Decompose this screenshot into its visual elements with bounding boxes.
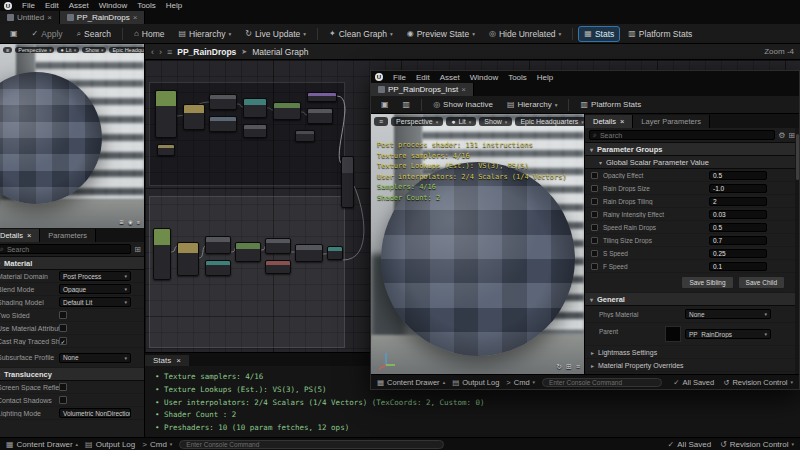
graph-node[interactable] — [235, 242, 261, 262]
tab-details[interactable]: Details× — [585, 115, 633, 128]
menu-item-edit[interactable]: Edit — [411, 73, 435, 82]
details-scrollbar[interactable] — [795, 128, 799, 374]
parameter-value-input[interactable]: 0.25 — [709, 249, 767, 258]
menu-item-file[interactable]: File — [17, 1, 40, 10]
menu-item-help[interactable]: Help — [161, 1, 187, 10]
forward-icon[interactable]: › — [159, 47, 162, 57]
material-preview-viewport[interactable]: ≡Perspective▾●Lit▾Show▾Epic Headquarters… — [0, 44, 145, 228]
clean-graph-button[interactable]: ✦Clean Graph▾ — [323, 26, 399, 42]
graph-node[interactable] — [307, 108, 333, 124]
grid-icon[interactable]: ⊞ — [566, 363, 572, 371]
live-update-button[interactable]: ↻Live Update▾ — [239, 26, 312, 42]
content-drawer-button[interactable]: ▦Content Drawer▴ — [377, 378, 445, 387]
viewport-lit-pill[interactable]: ●Lit▾ — [57, 47, 79, 53]
graph-node[interactable] — [177, 242, 199, 276]
menu-item-window[interactable]: Window — [465, 73, 503, 82]
back-icon[interactable]: ‹ — [151, 47, 154, 57]
cmd-button[interactable]: >Cmd▾ — [142, 440, 172, 449]
graph-node[interactable] — [243, 124, 267, 138]
hierarchy-button[interactable]: ▤ Hierarchy ▾ — [501, 97, 564, 112]
close-icon[interactable]: × — [133, 13, 138, 22]
asset-thumbnail[interactable] — [665, 326, 681, 342]
parameter-value-input[interactable]: 0.1 — [709, 262, 767, 271]
property-checkbox[interactable]: ✓ — [59, 337, 67, 345]
search-button[interactable]: ⌕Search — [71, 26, 117, 42]
save-button[interactable]: ▣ — [4, 26, 24, 41]
viewport-mode-pill[interactable]: Perspective▾ — [15, 47, 54, 53]
parameter-checkbox[interactable] — [591, 250, 598, 257]
all-saved-button[interactable]: ✓All Saved — [668, 440, 712, 449]
instance-preview-viewport[interactable]: ≡Perspective▾●Lit▾Show▾Epic Headquarters… — [371, 114, 585, 374]
viewport-menu-button[interactable]: ≡ — [3, 47, 12, 53]
close-icon[interactable]: × — [27, 231, 31, 240]
viewport-show-pill[interactable]: Show▾ — [479, 117, 512, 126]
close-icon[interactable]: × — [620, 117, 624, 126]
collapsed-section[interactable]: ▸Material Property Overrides — [585, 359, 799, 372]
property-dropdown[interactable]: Volumetric NonDirectional▾ — [59, 408, 131, 418]
graph-node[interactable] — [265, 260, 291, 274]
hide-unrelated-button[interactable]: ◎Hide Unrelated▾ — [483, 26, 567, 42]
parameter-checkbox[interactable] — [591, 172, 598, 179]
menu-item-file[interactable]: File — [388, 73, 411, 82]
graph-node[interactable] — [153, 228, 171, 280]
graph-node[interactable] — [295, 244, 323, 262]
console-command-input[interactable]: Enter Console Command — [542, 378, 662, 387]
close-icon[interactable]: × — [176, 356, 181, 365]
parameter-checkbox[interactable] — [591, 198, 598, 205]
tab-stats[interactable]: Stats × — [145, 355, 189, 366]
graph-node[interactable] — [265, 238, 291, 254]
hierarchy-button[interactable]: ▤Hierarchy▾ — [172, 26, 237, 42]
graph-node[interactable] — [183, 104, 205, 130]
parameter-value-input[interactable]: 0.5 — [709, 223, 767, 232]
graph-node[interactable] — [327, 246, 343, 260]
search-input[interactable]: ⌕ Search — [0, 244, 131, 254]
cmd-button[interactable]: >Cmd▾ — [506, 378, 535, 387]
graph-node[interactable] — [209, 116, 237, 132]
grid-icon[interactable]: ⊞ — [134, 245, 141, 254]
graph-node[interactable] — [295, 130, 315, 142]
graph-node[interactable] — [157, 144, 175, 156]
menu-item-asset[interactable]: Asset — [435, 73, 465, 82]
asset-dropdown[interactable]: None▾ — [685, 309, 771, 319]
graph-node[interactable] — [205, 236, 231, 254]
graph-node[interactable] — [307, 92, 337, 102]
home-button[interactable]: ⌂Home — [128, 26, 171, 42]
graph-node[interactable] — [155, 90, 177, 138]
graph-node[interactable] — [209, 94, 237, 110]
menu-icon[interactable]: ≡ — [576, 363, 580, 371]
viewport-menu-button[interactable]: ≡ — [374, 117, 388, 126]
doc-tab-pp_raindrops_inst[interactable]: PP_RainDrops_Inst× — [371, 83, 474, 96]
parameter-checkbox[interactable] — [591, 263, 598, 270]
show-inactive-button[interactable]: ◎ Show Inactive — [427, 97, 499, 112]
refresh-icon[interactable]: ↻ — [556, 363, 562, 371]
close-icon[interactable]: × — [461, 85, 466, 94]
viewport-lit-pill[interactable]: ●Lit▾ — [446, 117, 476, 126]
preview-state-button[interactable]: ◉Preview State▾ — [401, 26, 481, 42]
scalar-parameter-group-header[interactable]: ▾ Global Scalar Parameter Value — [585, 156, 799, 169]
breadcrumb-asset[interactable]: PP_RainDrops — [177, 47, 236, 57]
section-header[interactable]: ▾Translucency — [0, 368, 145, 381]
save-button[interactable]: ▣ — [375, 97, 395, 112]
grid-icon[interactable]: ⊞ — [119, 219, 124, 225]
platform-stats-button[interactable]: ▥Platform Stats — [622, 26, 698, 42]
menu-item-edit[interactable]: Edit — [40, 1, 64, 10]
apply-button[interactable]: ✓Apply — [26, 26, 69, 42]
doc-tab-pp_raindrops[interactable]: PP_RainDrops× — [60, 11, 146, 24]
collapsed-section[interactable]: ▸Lightmass Settings — [585, 346, 799, 359]
close-icon[interactable]: × — [47, 13, 52, 22]
viewport-show-pill[interactable]: Show▾ — [82, 47, 106, 53]
graph-node[interactable] — [273, 102, 301, 120]
parameter-groups-header[interactable]: ▾ Parameter Groups — [585, 143, 799, 156]
menu-icon[interactable]: ≡ — [137, 219, 140, 225]
viewport-scene-pill[interactable]: Epic Headquarters▾ — [515, 117, 585, 126]
save-child-button[interactable]: Save Child — [738, 276, 785, 289]
menu-item-asset[interactable]: Asset — [64, 1, 94, 10]
stats-button[interactable]: ▦Stats — [578, 26, 620, 42]
parameter-value-input[interactable]: 0.03 — [709, 210, 767, 219]
property-dropdown[interactable]: None▾ — [59, 353, 131, 363]
viewport-scene-pill[interactable]: Epic Headquarters▾ — [109, 47, 145, 53]
menu-item-tools[interactable]: Tools — [132, 1, 161, 10]
tab-layer-parameters[interactable]: Layer Parameters — [633, 115, 710, 128]
revision-control-button[interactable]: ↺Revision Control▾ — [723, 378, 793, 387]
parameter-checkbox[interactable] — [591, 237, 598, 244]
